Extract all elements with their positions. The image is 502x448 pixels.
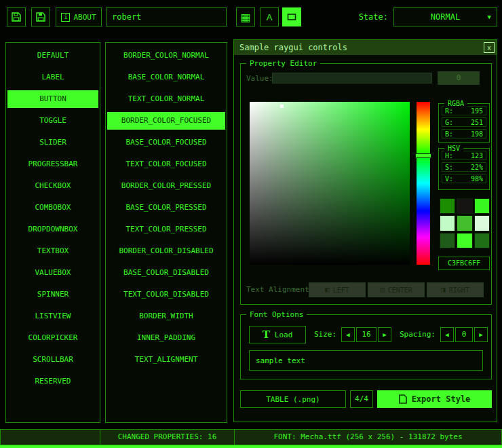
floppy-load-icon xyxy=(11,12,22,22)
blue-value: 198 xyxy=(471,130,483,138)
property-item-text-color-focused[interactable]: TEXT_COLOR_FOCUSED xyxy=(107,155,225,173)
spacing-increase-button[interactable]: ▶ xyxy=(474,327,488,342)
property-item-border-width[interactable]: BORDER_WIDTH xyxy=(107,307,225,325)
style-name-input[interactable] xyxy=(106,7,227,26)
sample-controls-window: Sample raygui controls x Property Editor… xyxy=(233,39,497,422)
align-left-icon: ◧ xyxy=(325,286,330,293)
hsv-group: HSV H: 123 S: 22% V: 98% xyxy=(438,148,490,190)
value-hsv-value: 98% xyxy=(471,174,483,183)
hsv-title: HSV xyxy=(444,144,463,153)
green-label: G: xyxy=(445,118,453,126)
control-item-reserved[interactable]: RESERVED xyxy=(7,373,98,390)
left-arrow-icon: ◀ xyxy=(445,331,448,338)
font-t-icon: T xyxy=(263,330,270,339)
green-valuebox[interactable]: G: 251 xyxy=(442,117,486,127)
palette-cell-0[interactable] xyxy=(440,198,455,214)
property-item-text-color-disabled[interactable]: TEXT_COLOR_DISABLED xyxy=(107,286,225,303)
property-item-border-color-disabled[interactable]: BORDER_COLOR_DISABLED xyxy=(107,242,225,260)
style-palette xyxy=(440,198,490,248)
text-alignment-label: Text Alignment xyxy=(246,285,309,294)
sample-text-input[interactable] xyxy=(249,350,483,371)
size-decrease-button[interactable]: ◀ xyxy=(341,327,355,342)
palette-cell-5[interactable] xyxy=(474,215,490,231)
control-item-valuebox[interactable]: VALUEBOX xyxy=(7,264,98,282)
save-style-button[interactable] xyxy=(31,7,50,26)
chevron-down-icon: ▼ xyxy=(488,14,491,20)
close-button[interactable]: x xyxy=(484,42,495,53)
palette-cell-8[interactable] xyxy=(474,233,490,248)
property-item-base-color-disabled[interactable]: BASE_COLOR_DISABLED xyxy=(107,264,225,282)
state-dropdown[interactable]: NORMAL ▼ xyxy=(393,7,497,26)
control-item-progressbar[interactable]: PROGRESSBAR xyxy=(7,155,98,173)
spacing-label: Spacing: xyxy=(400,330,436,339)
size-increase-button[interactable]: ▶ xyxy=(378,327,391,342)
hue-slider[interactable] xyxy=(417,102,430,265)
property-item-inner-padding[interactable]: INNER_PADDING xyxy=(107,329,225,347)
value-button: 0 xyxy=(438,71,480,85)
state-dropdown-value: NORMAL xyxy=(431,12,460,22)
control-item-label[interactable]: LABEL xyxy=(7,69,98,86)
align-center-label: CENTER xyxy=(388,286,412,294)
palette-cell-7[interactable] xyxy=(457,233,472,248)
control-item-slider[interactable]: SLIDER xyxy=(7,134,98,151)
palette-cell-2[interactable] xyxy=(474,198,490,214)
font-load-button[interactable]: T Load xyxy=(249,326,306,343)
color-picker-cursor[interactable] xyxy=(280,105,284,108)
align-center-icon: ◫ xyxy=(380,286,385,293)
control-item-dropdownbox[interactable]: DROPDOWNBOX xyxy=(7,221,98,238)
control-item-button[interactable]: BUTTON xyxy=(7,90,98,108)
statusbar-left xyxy=(0,429,100,445)
property-item-base-color-pressed[interactable]: BASE_COLOR_PRESSED xyxy=(107,199,225,217)
control-item-colorpicker[interactable]: COLORPICKER xyxy=(7,329,98,347)
control-item-checkbox[interactable]: CHECKBOX xyxy=(7,177,98,195)
control-item-scrollbar[interactable]: SCROLLBAR xyxy=(7,351,98,369)
palette-cell-6[interactable] xyxy=(440,233,455,248)
control-item-spinner[interactable]: SPINNER xyxy=(7,286,98,303)
font-load-label: Load xyxy=(275,331,293,339)
control-item-listview[interactable]: LISTVIEW xyxy=(7,307,98,325)
rgba-title: RGBA xyxy=(444,99,467,108)
about-button[interactable]: i ABOUT xyxy=(56,7,102,26)
control-item-default[interactable]: DEFAULT xyxy=(7,47,98,64)
palette-cell-3[interactable] xyxy=(440,215,455,231)
statusbar-font-info: FONT: Mecha.ttf (256 x 256) - 131872 byt… xyxy=(234,429,502,445)
value-valuebox[interactable]: V: 98% xyxy=(442,174,486,183)
floppy-save-icon xyxy=(35,12,46,22)
blue-valuebox[interactable]: B: 198 xyxy=(442,129,486,138)
grid-icon: ▦ xyxy=(240,11,250,24)
letter-a-icon: A xyxy=(267,12,273,22)
spacing-decrease-button[interactable]: ◀ xyxy=(440,327,454,342)
load-style-button[interactable] xyxy=(7,7,26,26)
control-item-textbox[interactable]: TEXTBOX xyxy=(7,242,98,260)
property-item-text-alignment[interactable]: TEXT_ALIGNMENT xyxy=(107,351,225,369)
property-item-border-color-focused[interactable]: BORDER_COLOR_FOCUSED xyxy=(107,112,225,130)
property-item-base-color-focused[interactable]: BASE_COLOR_FOCUSED xyxy=(107,134,225,151)
palette-cell-1[interactable] xyxy=(457,198,472,214)
export-style-button[interactable]: Export Style xyxy=(377,390,492,408)
hue-slider-handle[interactable] xyxy=(415,153,431,158)
property-item-text-color-pressed[interactable]: TEXT_COLOR_PRESSED xyxy=(107,221,225,238)
font-settings-button[interactable]: A xyxy=(260,7,279,26)
color-picker-area[interactable] xyxy=(250,102,410,265)
hue-value: 123 xyxy=(471,151,483,160)
control-item-combobox[interactable]: COMBOBOX xyxy=(7,199,98,217)
hex-color-textbox[interactable]: C3FBC6FF xyxy=(438,257,490,270)
spacing-valuebox[interactable]: 0 xyxy=(455,327,473,342)
palette-cell-4[interactable] xyxy=(457,215,472,231)
saturation-valuebox[interactable]: S: 22% xyxy=(442,162,486,172)
controls-view-button[interactable] xyxy=(282,7,301,26)
value-label: Value: xyxy=(246,74,273,83)
value-hsv-label: V: xyxy=(445,174,453,183)
size-valuebox[interactable]: 16 xyxy=(356,327,376,342)
font-atlas-button[interactable]: ▦ xyxy=(236,7,255,26)
property-item-text-color-normal[interactable]: TEXT_COLOR_NORMAL xyxy=(107,90,225,108)
format-counter-valuebox[interactable]: 4/4 xyxy=(350,390,373,408)
window-titlebar[interactable]: Sample raygui controls x xyxy=(234,40,497,55)
rguistyler-app: i ABOUT ▦ A State: NORMAL ▼ DEFAULTLABEL… xyxy=(0,0,502,448)
export-format-dropdown[interactable]: TABLE (.png) xyxy=(240,390,346,408)
control-item-toggle[interactable]: TOGGLE xyxy=(7,112,98,130)
property-item-base-color-normal[interactable]: BASE_COLOR_NORMAL xyxy=(107,69,225,86)
property-item-border-color-pressed[interactable]: BORDER_COLOR_PRESSED xyxy=(107,177,225,195)
control-box-icon xyxy=(287,12,296,22)
property-item-border-color-normal[interactable]: BORDER_COLOR_NORMAL xyxy=(107,47,225,64)
